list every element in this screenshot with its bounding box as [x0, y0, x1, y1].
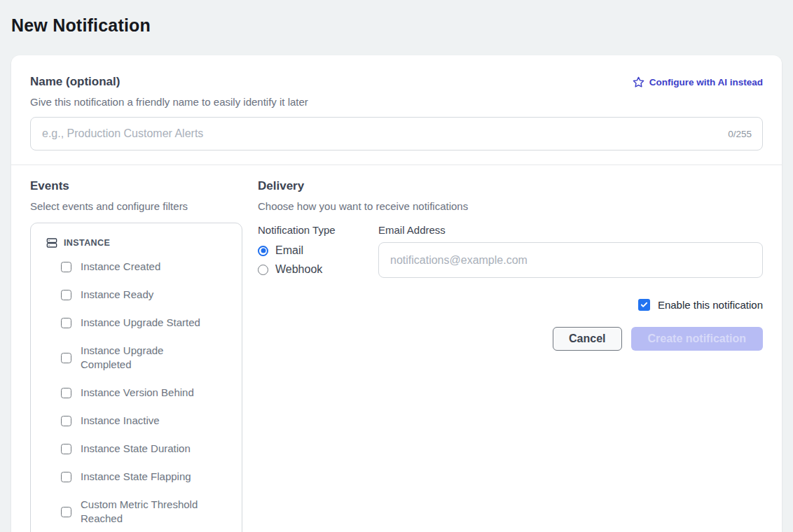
page: New Notification Name (optional) Configu…: [0, 0, 793, 532]
delivery-grid: Notification Type EmailWebhook Email Add…: [258, 224, 763, 282]
events-delivery-columns: Events Select events and configure filte…: [30, 179, 763, 532]
radio-icon[interactable]: [258, 246, 268, 256]
event-label: Instance Inactive: [81, 414, 160, 428]
event-checkbox-row[interactable]: Instance Upgrade Completed: [61, 344, 230, 372]
name-section-title: Name (optional): [30, 75, 120, 89]
email-address-group: Email Address: [378, 224, 763, 282]
configure-with-ai-link[interactable]: Configure with AI instead: [633, 76, 763, 88]
page-title: New Notification: [11, 15, 782, 36]
event-label: Instance State Duration: [81, 442, 191, 456]
event-checkbox[interactable]: [61, 353, 71, 363]
cancel-button[interactable]: Cancel: [553, 327, 621, 351]
enable-notification-label: Enable this notification: [658, 299, 763, 311]
create-notification-button[interactable]: Create notification: [631, 327, 763, 351]
events-section-title: Events: [30, 179, 242, 193]
event-label: Instance State Flapping: [81, 470, 191, 484]
event-checkbox-row[interactable]: Instance State Flapping: [61, 470, 230, 484]
radio-label: Webhook: [275, 263, 322, 276]
configure-with-ai-label: Configure with AI instead: [649, 77, 763, 88]
delivery-section-title: Delivery: [258, 179, 763, 193]
name-section-header: Name (optional) Configure with AI instea…: [30, 75, 763, 89]
radio-label: Email: [275, 244, 303, 257]
event-checkbox[interactable]: [61, 290, 71, 300]
notification-type-label: Notification Type: [258, 224, 378, 236]
notification-type-radio-group: EmailWebhook: [258, 244, 378, 276]
name-section-subtitle: Give this notification a friendly name t…: [30, 96, 763, 108]
enable-notification-checkbox[interactable]: [638, 299, 650, 311]
delivery-section-subtitle: Choose how you want to receive notificat…: [258, 200, 763, 212]
check-icon: [640, 301, 648, 309]
event-checkbox-row[interactable]: Instance Ready: [61, 288, 230, 302]
char-counter: 0/255: [728, 129, 752, 139]
event-group-name: INSTANCE: [64, 238, 110, 248]
events-column: Events Select events and configure filte…: [30, 179, 242, 532]
event-checkbox[interactable]: [61, 318, 71, 328]
radio-icon[interactable]: [258, 265, 268, 275]
notification-type-group: Notification Type EmailWebhook: [258, 224, 378, 282]
notification-type-option-webhook[interactable]: Webhook: [258, 263, 378, 276]
event-checkbox-row[interactable]: Instance Version Behind: [61, 386, 230, 400]
event-checkbox[interactable]: [61, 472, 71, 482]
event-checkbox[interactable]: [61, 262, 71, 272]
email-input[interactable]: [378, 242, 763, 278]
new-notification-card: Name (optional) Configure with AI instea…: [11, 55, 782, 532]
section-divider: [11, 164, 782, 165]
event-checkbox[interactable]: [61, 507, 71, 517]
event-label: Custom Metric Threshold Reached: [81, 498, 207, 526]
event-checkbox[interactable]: [61, 444, 71, 454]
events-section-subtitle: Select events and configure filters: [30, 200, 242, 212]
enable-notification-row[interactable]: Enable this notification: [258, 299, 763, 311]
event-checkbox-row[interactable]: Custom Metric Threshold Reached: [61, 498, 230, 526]
name-input-wrap: 0/255: [30, 117, 763, 150]
events-list: INSTANCEInstance CreatedInstance ReadyIn…: [30, 223, 242, 532]
email-address-label: Email Address: [378, 224, 763, 236]
notification-type-option-email[interactable]: Email: [258, 244, 378, 257]
event-label: Instance Upgrade Completed: [81, 344, 207, 372]
event-label: Instance Version Behind: [81, 386, 194, 400]
event-checkbox[interactable]: [61, 416, 71, 426]
event-label: Instance Upgrade Started: [81, 316, 200, 330]
delivery-column: Delivery Choose how you want to receive …: [258, 179, 763, 532]
event-checkbox-row[interactable]: Instance State Duration: [61, 442, 230, 456]
star-icon: [633, 76, 644, 88]
event-label: Instance Created: [81, 260, 160, 274]
event-group-header-instance: INSTANCE: [46, 237, 230, 248]
event-label: Instance Ready: [81, 288, 153, 302]
event-checkbox[interactable]: [61, 388, 71, 398]
event-checkbox-row[interactable]: Instance Upgrade Started: [61, 316, 230, 330]
event-checkbox-row[interactable]: Instance Created: [61, 260, 230, 274]
event-checkbox-row[interactable]: Instance Inactive: [61, 414, 230, 428]
server-icon: [46, 237, 57, 248]
form-actions: Cancel Create notification: [258, 327, 763, 351]
name-input[interactable]: [30, 117, 763, 150]
